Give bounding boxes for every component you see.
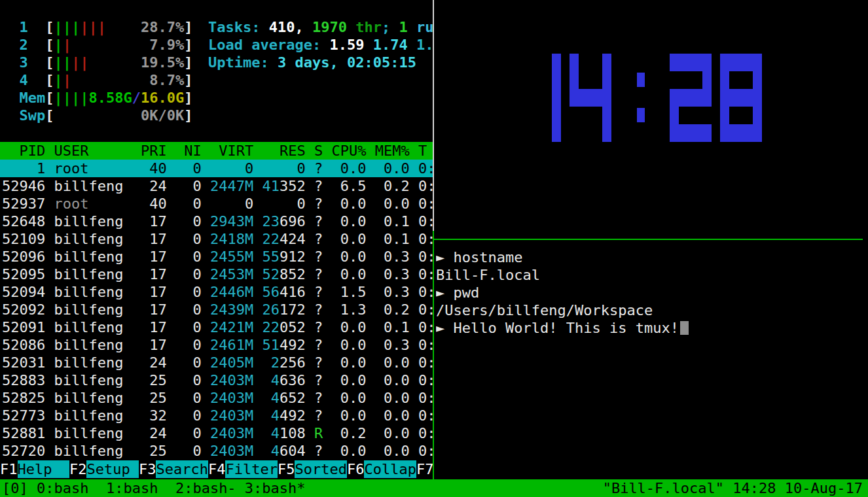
clock-segment — [637, 108, 645, 122]
fkey-F4[interactable]: F4Filter — [208, 460, 278, 478]
prompt-icon: ► — [436, 284, 454, 301]
tmux-status-bar: [0] 0:bash 1:bash 2:bash- 3:bash* "Bill-… — [0, 479, 868, 497]
process-row[interactable]: 52825 billfeng 25 0 2403M 4652 ? 0.0 0.0… — [0, 389, 433, 407]
process-row[interactable]: 52095 billfeng 17 0 2453M 52852 ? 0.0 0.… — [0, 266, 433, 283]
htop-function-bar: F1Help F2Setup F3SearchF4FilterF5SortedF… — [0, 460, 433, 478]
process-row[interactable]: 52881 billfeng 24 0 2403M 4108 R 0.2 0.0… — [0, 424, 433, 442]
terminal-line: Bill-F.local — [436, 266, 861, 284]
clock-segment — [670, 54, 712, 71]
process-row[interactable]: 52648 billfeng 17 0 2943M 23696 ? 0.0 0.… — [0, 213, 433, 230]
process-row[interactable]: 52946 billfeng 24 0 2447M 41352 ? 6.5 0.… — [0, 177, 433, 195]
fkey-label: F2 — [69, 460, 87, 478]
fkey-F3[interactable]: F3Search — [139, 460, 208, 478]
clock-segment — [670, 107, 679, 124]
clock-segment — [670, 89, 712, 107]
clock-segment — [753, 54, 762, 142]
window-list[interactable]: [0] 0:bash 1:bash 2:bash- 3:bash* — [2, 479, 306, 497]
process-row[interactable]: 52091 billfeng 17 0 2421M 22052 ? 0.0 0.… — [0, 318, 433, 336]
shell-pane[interactable]: ► hostnameBill-F.local► pwd/Users/billfe… — [434, 240, 868, 479]
htop-summary: Tasks: 410, 1970 thr; 1 ruLoad average: … — [208, 18, 433, 71]
fkey-F6[interactable]: F6Collap — [347, 460, 416, 478]
process-row[interactable]: 52720 billfeng 25 0 2403M 4604 ? 0.0 0.0… — [0, 442, 433, 460]
process-row[interactable]: 52937 root 40 0 0 0 ? 0.0 0.0 0: — [0, 195, 433, 213]
text-cursor — [680, 321, 689, 335]
meter-1: 1 [|||||| 28.7%] — [2, 18, 192, 36]
tmux-session: 1 [|||||| 28.7%] 2 [|| 7.9%] 3 [|||| 19.… — [0, 0, 868, 497]
process-row[interactable]: 52031 billfeng 24 0 2405M 2256 ? 0.0 0.0… — [0, 354, 433, 371]
process-row[interactable]: 1 root 40 0 0 0 ? 0.0 0.0 0: — [0, 160, 433, 177]
fkey-label: F3 — [139, 460, 156, 478]
tasks-line: Tasks: 410, 1970 thr; 1 ru — [208, 18, 433, 36]
meter-mem: Mem[||||8.58G/16.0G] — [2, 89, 192, 107]
htop-process-table[interactable]: PID USER PRI NI VIRT RES S CPU% MEM% T 1… — [0, 142, 433, 460]
fkey-F1[interactable]: F1Help — [0, 460, 69, 478]
table-header-row: PID USER PRI NI VIRT RES S CPU% MEM% T — [0, 142, 433, 160]
terminal-line: ► hostname — [436, 248, 861, 266]
fkey-F2[interactable]: F2Setup — [69, 460, 139, 478]
fkey-label: F6 — [347, 460, 365, 478]
load-average-line: Load average: 1.59 1.74 1. — [208, 36, 433, 54]
status-right: "Bill-F.local" 14:28 10-Aug-17 — [603, 479, 863, 497]
meter-4: 4 [|| 8.7%] — [2, 71, 192, 89]
process-row[interactable]: 52109 billfeng 17 0 2418M 22424 ? 0.0 0.… — [0, 230, 433, 248]
clock-segment — [570, 89, 611, 107]
fkey-label: F7 — [416, 460, 433, 478]
terminal-line: ► Hello World! This is tmux! — [436, 319, 861, 337]
terminal-line: /Users/billfeng/Workspace — [436, 301, 861, 319]
process-row[interactable]: 52094 billfeng 17 0 2446M 56416 ? 1.5 0.… — [0, 283, 433, 301]
prompt-icon: ► — [436, 249, 454, 266]
prompt-icon: ► — [436, 320, 454, 336]
clock-segment — [552, 54, 561, 142]
htop-pane[interactable]: 1 [|||||| 28.7%] 2 [|| 7.9%] 3 [|||| 19.… — [0, 0, 433, 479]
terminal-line: ► pwd — [436, 284, 861, 301]
htop-meters: 1 [|||||| 28.7%] 2 [|| 7.9%] 3 [|||| 19.… — [2, 18, 192, 124]
process-row[interactable]: 52773 billfeng 32 0 2403M 4492 ? 0.0 0.0… — [0, 407, 433, 424]
process-row[interactable]: 52883 billfeng 25 0 2403M 4636 ? 0.0 0.0… — [0, 371, 433, 389]
process-row[interactable]: 52096 billfeng 17 0 2455M 55912 ? 0.0 0.… — [0, 248, 433, 266]
digital-clock — [519, 54, 768, 142]
uptime-line: Uptime: 3 days, 02:05:15 — [208, 54, 433, 71]
terminal-output: ► hostnameBill-F.local► pwd/Users/billfe… — [436, 248, 861, 337]
clock-pane[interactable] — [434, 0, 868, 239]
fkey-label: F5 — [278, 460, 295, 478]
process-row[interactable]: 52086 billfeng 17 0 2461M 51492 ? 0.0 0.… — [0, 336, 433, 354]
clock-segment — [637, 73, 645, 87]
meter-3: 3 [|||| 19.5%] — [2, 54, 192, 71]
fkey-label: F1 — [0, 460, 18, 478]
clock-segment — [670, 124, 712, 142]
meter-2: 2 [|| 7.9%] — [2, 36, 192, 54]
fkey-label: F4 — [208, 460, 226, 478]
meter-swp: Swp[ 0K/0K] — [2, 107, 192, 124]
fkey-F7[interactable]: F7N — [416, 460, 433, 478]
clock-segment — [720, 54, 729, 142]
process-row[interactable]: 52092 billfeng 17 0 2439M 26172 ? 1.3 0.… — [0, 301, 433, 318]
clock-segment — [702, 71, 712, 89]
fkey-F5[interactable]: F5Sorted — [278, 460, 347, 478]
